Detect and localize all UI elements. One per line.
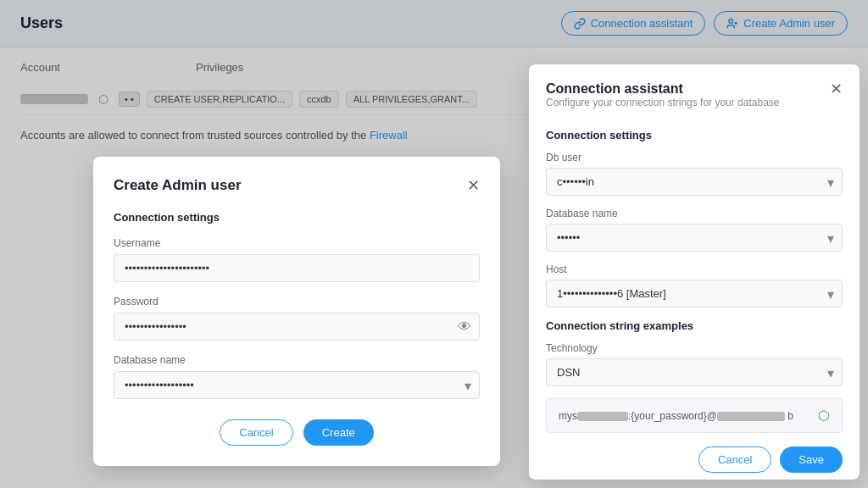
db-user-select-wrapper: c••••••in: [546, 168, 843, 196]
password-group: Password 👁: [114, 296, 480, 341]
modal-title: Create Admin user: [114, 177, 242, 194]
panel-subtitle: Configure your connection strings for yo…: [546, 97, 780, 108]
database-name-select-wrapper: ••••••••••••••••••: [114, 371, 480, 399]
panel-examples-title: Connection string examples: [546, 319, 843, 332]
technology-group: Technology DSN: [546, 342, 843, 386]
host-label: Host: [546, 263, 843, 275]
database-name-group: Database name ••••••••••••••••••: [114, 354, 480, 399]
modal-header: Create Admin user ✕: [114, 177, 480, 194]
database-name-select[interactable]: ••••••••••••••••••: [114, 371, 480, 399]
technology-select-wrapper: DSN: [546, 358, 843, 386]
panel-title-group: Connection assistant Configure your conn…: [546, 81, 780, 122]
panel-cancel-button[interactable]: Cancel: [698, 446, 771, 473]
panel-database-name-select[interactable]: ••••••: [546, 224, 843, 252]
password-label: Password: [114, 296, 480, 308]
main-page: Users Connection assistant Create Admin …: [0, 0, 868, 488]
db-user-label: Db user: [546, 152, 843, 164]
panel-header: Connection assistant Configure your conn…: [546, 81, 843, 122]
username-input-wrapper: [114, 254, 480, 282]
panel-save-button[interactable]: Save: [780, 446, 843, 473]
host-select[interactable]: 1••••••••••••••6 [Master]: [546, 280, 843, 308]
panel-footer: Cancel Save: [546, 446, 843, 473]
db-user-group: Db user c••••••in: [546, 152, 843, 196]
modal-section-title: Connection settings: [114, 211, 480, 224]
panel-database-name-select-wrapper: ••••••: [546, 224, 843, 252]
connection-assistant-panel: Connection assistant Configure your conn…: [529, 64, 860, 480]
create-admin-modal: Create Admin user ✕ Connection settings …: [93, 157, 500, 466]
db-user-select[interactable]: c••••••in: [546, 168, 843, 196]
database-name-label: Database name: [114, 354, 480, 366]
modal-close-button[interactable]: ✕: [467, 178, 480, 193]
username-label: Username: [114, 237, 480, 249]
username-input[interactable]: [114, 254, 480, 282]
connection-string-box: mys:{your_password}@ b ⬡: [546, 398, 843, 433]
cancel-button[interactable]: Cancel: [220, 419, 292, 446]
host-select-wrapper: 1••••••••••••••6 [Master]: [546, 280, 843, 308]
copy-connection-string-icon[interactable]: ⬡: [818, 408, 830, 424]
technology-select[interactable]: DSN: [546, 358, 843, 386]
technology-label: Technology: [546, 342, 843, 354]
panel-settings-title: Connection settings: [546, 129, 843, 141]
panel-database-name-label: Database name: [546, 208, 843, 219]
password-input-wrapper: 👁: [114, 313, 480, 341]
panel-title: Connection assistant: [546, 81, 780, 97]
username-group: Username: [114, 237, 480, 282]
password-toggle-icon[interactable]: 👁: [458, 319, 471, 335]
host-group: Host 1••••••••••••••6 [Master]: [546, 263, 843, 308]
panel-close-button[interactable]: ✕: [830, 81, 843, 97]
modal-footer: Cancel Create: [114, 419, 480, 446]
connection-string-text: mys:{your_password}@ b: [559, 410, 793, 422]
panel-database-name-group: Database name ••••••: [546, 208, 843, 252]
create-button[interactable]: Create: [303, 419, 374, 446]
password-input[interactable]: [114, 313, 480, 341]
